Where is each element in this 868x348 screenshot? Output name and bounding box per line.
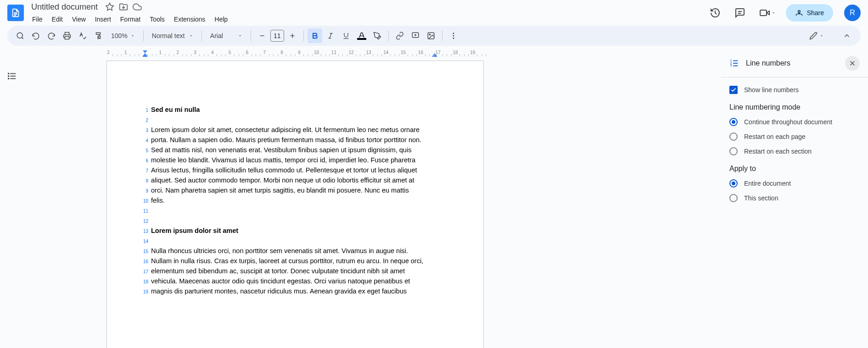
menu-format[interactable]: Format [117, 14, 144, 25]
ruler-tick [169, 54, 169, 56]
share-button[interactable]: Share [786, 4, 833, 22]
undo-icon[interactable] [28, 28, 43, 43]
line-text[interactable]: Nullam in nulla risus. Cras ex turpis, l… [151, 256, 447, 265]
ruler-tick [412, 54, 413, 56]
document-line[interactable]: 12 [151, 216, 447, 226]
collapse-toolbar-icon[interactable] [839, 28, 855, 44]
ruler-tick [477, 54, 477, 56]
line-text[interactable]: Lorem ipsum dolor sit amet, consectetur … [151, 125, 447, 134]
document-line[interactable]: 3Lorem ipsum dolor sit amet, consectetur… [151, 125, 447, 135]
star-icon[interactable] [105, 2, 114, 11]
history-icon[interactable] [706, 4, 724, 22]
bold-icon[interactable] [308, 28, 322, 43]
close-sidebar-icon[interactable] [845, 56, 860, 71]
document-line[interactable]: 10felis. [151, 196, 447, 206]
line-text[interactable]: Nulla rhoncus ultricies orci, non portti… [151, 246, 447, 255]
more-icon[interactable] [446, 28, 461, 43]
increase-font-icon[interactable] [285, 28, 300, 43]
document-line[interactable]: 8aliquet. Sed auctor commodo tempor. Mor… [151, 176, 447, 186]
ruler-left-indent[interactable] [143, 53, 147, 57]
menu-insert[interactable]: Insert [91, 14, 115, 25]
line-text[interactable]: magnis dis parturient montes, nascetur r… [151, 287, 447, 296]
document-line[interactable]: 11 [151, 206, 447, 216]
document-line[interactable]: 5Sed at mattis nisl, non venenatis erat.… [151, 145, 447, 155]
link-icon[interactable] [392, 28, 407, 43]
search-icon[interactable] [13, 28, 28, 43]
document-line[interactable]: 9orci. Nam pharetra sapien sit amet turp… [151, 186, 447, 196]
text-color-icon[interactable] [354, 28, 369, 43]
menu-view[interactable]: View [68, 14, 90, 25]
underline-icon[interactable] [339, 28, 353, 43]
document-line[interactable]: 14 [151, 236, 447, 246]
comments-icon[interactable] [731, 4, 749, 22]
line-text[interactable]: aliquet. Sed auctor commodo tempor. Morb… [151, 176, 447, 185]
document-line[interactable]: 15Nulla rhoncus ultricies orci, non port… [151, 246, 447, 256]
document-line[interactable]: 1Sed eu mi nulla [151, 105, 447, 115]
document-line[interactable]: 18vehicula. Maecenas auctor odio quis ti… [151, 276, 447, 287]
line-text[interactable] [151, 206, 447, 215]
ruler-tick [447, 54, 447, 56]
mode-option[interactable]: Continue throughout document [729, 118, 860, 126]
font-dropdown[interactable]: Arial [206, 28, 247, 43]
document-line[interactable]: 16Nullam in nulla risus. Cras ex turpis,… [151, 256, 447, 266]
line-text[interactable]: Sed at mattis nisl, non venenatis erat. … [151, 145, 447, 155]
outline-icon[interactable] [4, 68, 20, 84]
line-text[interactable]: molestie leo blandit. Vivamus id lacus m… [151, 155, 447, 165]
document-page[interactable]: 1Sed eu mi nulla2 3Lorem ipsum dolor sit… [106, 61, 484, 348]
redo-icon[interactable] [44, 28, 59, 43]
font-size-input[interactable] [270, 30, 284, 42]
print-icon[interactable] [60, 28, 74, 43]
mode-option[interactable]: Restart on each page [729, 133, 860, 141]
line-text[interactable]: elementum sed bibendum ac, suscipit at t… [151, 266, 447, 276]
line-text[interactable]: Lorem ipsum dolor sit amet [151, 226, 447, 235]
image-icon[interactable] [424, 28, 438, 43]
line-text[interactable]: Sed eu mi nulla [151, 105, 447, 114]
ruler-number: 13 [366, 50, 371, 55]
ruler[interactable]: 2112345678910111213141516171819 [99, 50, 572, 57]
document-line[interactable]: 7Arisus lectus, fringilla sollicitudin t… [151, 166, 447, 176]
style-dropdown[interactable]: Normal text [147, 28, 198, 43]
meet-button[interactable] [756, 4, 779, 22]
menu-file[interactable]: File [28, 14, 46, 25]
menu-extensions[interactable]: Extensions [170, 14, 209, 25]
apply-option[interactable]: This section [729, 194, 860, 202]
document-line[interactable]: 19magnis dis parturient montes, nascetur… [151, 287, 447, 297]
show-line-numbers-checkbox[interactable]: Show line numbers [729, 86, 860, 94]
spellcheck-icon[interactable] [75, 28, 90, 43]
line-text[interactable] [151, 115, 447, 124]
svg-line-10 [330, 33, 331, 39]
document-line[interactable]: 4porta. Nullam a sapien odio. Mauris pre… [151, 135, 447, 145]
document-line[interactable]: 6molestie leo blandit. Vivamus id lacus … [151, 155, 447, 166]
line-text[interactable]: porta. Nullam a sapien odio. Mauris pret… [151, 135, 447, 144]
mode-option[interactable]: Restart on each section [729, 147, 860, 155]
menu-tools[interactable]: Tools [146, 14, 168, 25]
document-line[interactable]: 2 [151, 115, 447, 125]
line-text[interactable]: felis. [151, 196, 447, 205]
line-number: 15 [137, 247, 148, 256]
editing-mode-button[interactable] [806, 28, 828, 43]
paint-format-icon[interactable] [91, 28, 106, 43]
italic-icon[interactable] [323, 28, 338, 43]
ruler-tick [182, 54, 183, 56]
move-icon[interactable] [119, 2, 128, 11]
document-title[interactable]: Untitled document [28, 1, 101, 13]
cloud-icon[interactable] [133, 2, 142, 11]
line-text[interactable]: orci. Nam pharetra sapien sit amet turpi… [151, 186, 447, 195]
menu-edit[interactable]: Edit [48, 14, 67, 25]
highlight-icon[interactable] [370, 28, 385, 43]
menu-help[interactable]: Help [211, 14, 231, 25]
line-text[interactable] [151, 216, 447, 225]
document-area[interactable]: 2112345678910111213141516171819 1Sed eu … [24, 50, 721, 348]
apply-option[interactable]: Entire document [729, 179, 860, 188]
line-text[interactable]: Arisus lectus, fringilla sollicitudin te… [151, 166, 447, 175]
add-comment-icon[interactable] [408, 28, 423, 43]
line-text[interactable]: vehicula. Maecenas auctor odio quis tinc… [151, 276, 447, 286]
document-line[interactable]: 13Lorem ipsum dolor sit amet [151, 226, 447, 236]
decrease-font-icon[interactable] [255, 28, 269, 43]
document-line[interactable]: 17elementum sed bibendum ac, suscipit at… [151, 266, 447, 276]
docs-logo[interactable] [7, 5, 24, 21]
avatar[interactable]: R [844, 5, 861, 21]
line-text[interactable] [151, 236, 447, 245]
style-value: Normal text [152, 32, 186, 39]
zoom-dropdown[interactable]: 100% [106, 28, 140, 43]
